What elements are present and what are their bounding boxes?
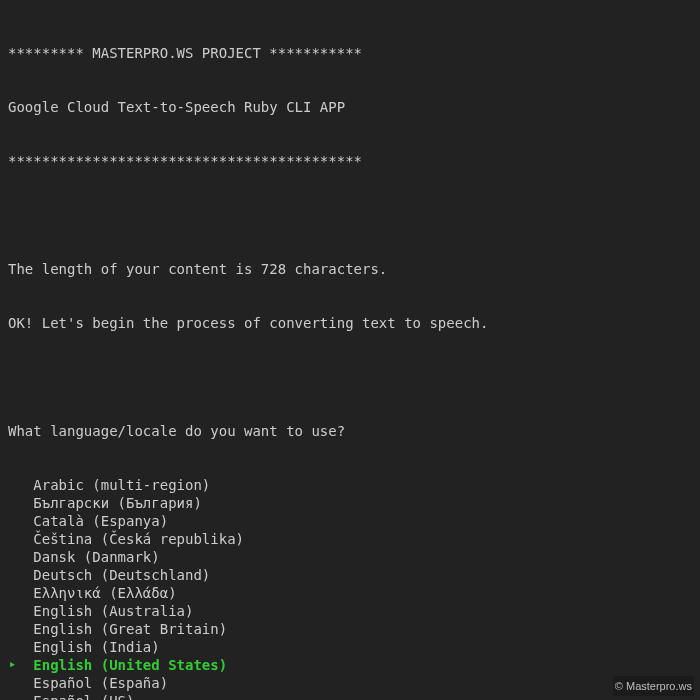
language-label: Български (България) bbox=[33, 495, 202, 511]
language-label: Arabic (multi-region) bbox=[33, 477, 210, 493]
banner-line-1: ********* MASTERPRO.WS PROJECT *********… bbox=[8, 44, 692, 62]
language-option[interactable]: Ελληνικά (Ελλάδα) bbox=[8, 584, 692, 602]
terminal-output: ********* MASTERPRO.WS PROJECT *********… bbox=[0, 0, 700, 700]
blank-line bbox=[8, 368, 692, 386]
language-option[interactable]: English (Great Britain) bbox=[8, 620, 692, 638]
blank-line bbox=[8, 206, 692, 224]
language-option[interactable]: Español (España) bbox=[8, 674, 692, 692]
language-label: Ελληνικά (Ελλάδα) bbox=[33, 585, 176, 601]
language-label: English (Great Britain) bbox=[33, 621, 227, 637]
language-option[interactable]: Arabic (multi-region) bbox=[8, 476, 692, 494]
language-option[interactable]: Català (Espanya) bbox=[8, 512, 692, 530]
language-label: Dansk (Danmark) bbox=[33, 549, 159, 565]
status-begin: OK! Let's begin the process of convertin… bbox=[8, 314, 692, 332]
language-label: Español (España) bbox=[33, 675, 168, 691]
banner-line-2: Google Cloud Text-to-Speech Ruby CLI APP bbox=[8, 98, 692, 116]
language-option[interactable]: Български (България) bbox=[8, 494, 692, 512]
language-option[interactable]: Deutsch (Deutschland) bbox=[8, 566, 692, 584]
language-label: English (United States) bbox=[33, 657, 227, 673]
language-label: English (India) bbox=[33, 639, 159, 655]
prompt-question: What language/locale do you want to use? bbox=[8, 422, 692, 440]
watermark-text: © Masterpro.ws bbox=[613, 676, 694, 696]
language-label: Čeština (Česká republika) bbox=[33, 531, 244, 547]
language-option[interactable]: Čeština (Česká republika) bbox=[8, 530, 692, 548]
banner-line-3: ****************************************… bbox=[8, 152, 692, 170]
language-label: Deutsch (Deutschland) bbox=[33, 567, 210, 583]
language-option[interactable]: English (India) bbox=[8, 638, 692, 656]
language-option[interactable]: Español (US) bbox=[8, 692, 692, 700]
language-list[interactable]: Arabic (multi-region) Български (Българи… bbox=[8, 476, 692, 700]
language-option[interactable]: ‣ English (United States) bbox=[8, 656, 692, 674]
language-label: English (Australia) bbox=[33, 603, 193, 619]
language-label: Català (Espanya) bbox=[33, 513, 168, 529]
language-option[interactable]: English (Australia) bbox=[8, 602, 692, 620]
language-option[interactable]: Dansk (Danmark) bbox=[8, 548, 692, 566]
selection-arrow-icon: ‣ bbox=[8, 656, 33, 674]
status-length: The length of your content is 728 charac… bbox=[8, 260, 692, 278]
language-label: Español (US) bbox=[33, 693, 134, 700]
